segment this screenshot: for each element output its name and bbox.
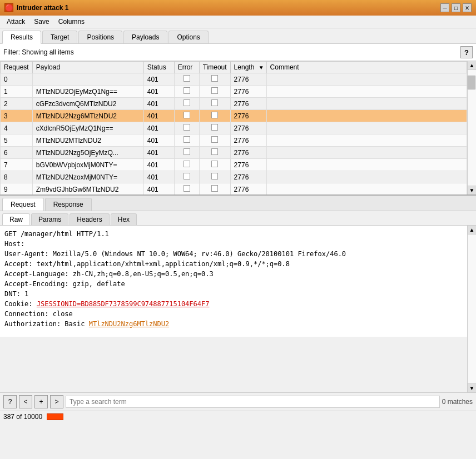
col-comment[interactable]: Comment bbox=[266, 62, 467, 73]
filter-help-button[interactable]: ? bbox=[460, 46, 473, 58]
timeout-checkbox[interactable] bbox=[211, 112, 218, 118]
error-checkbox[interactable] bbox=[184, 161, 190, 167]
tab-headers[interactable]: Headers bbox=[70, 213, 109, 225]
cell-length: 2776 bbox=[230, 171, 266, 183]
filter-bar: Filter: Showing all items ? bbox=[0, 44, 476, 61]
timeout-checkbox[interactable] bbox=[211, 136, 218, 143]
table-row[interactable]: 1 MTlzNDU2OjEyMzQ1Ng== 401 2776 bbox=[1, 86, 467, 98]
col-payload[interactable]: Payload bbox=[32, 62, 143, 73]
table-row[interactable]: 7 bGV0bWVpbjoxMjM0NTY= 401 2776 bbox=[1, 159, 467, 171]
cell-status: 401 bbox=[143, 183, 174, 195]
cell-timeout bbox=[199, 171, 230, 183]
help-button[interactable]: ? bbox=[3, 395, 17, 408]
table-row[interactable]: 8 MTlzNDU2NzoxMjM0NTY= 401 2776 bbox=[1, 171, 467, 183]
cell-length: 2776 bbox=[230, 86, 266, 98]
error-checkbox[interactable] bbox=[184, 124, 190, 131]
table-row[interactable]: 0 401 2776 bbox=[1, 73, 467, 86]
menu-save[interactable]: Save bbox=[29, 17, 53, 27]
table-row[interactable]: 6 MTlzNDU2Nzg5OjEyMzQ... 401 2776 bbox=[1, 147, 467, 159]
close-button[interactable]: ✕ bbox=[463, 3, 472, 12]
scroll-up-button[interactable]: ▲ bbox=[468, 61, 476, 70]
error-checkbox[interactable] bbox=[184, 148, 190, 155]
next-button[interactable]: > bbox=[50, 395, 63, 408]
cell-request: 1 bbox=[1, 86, 33, 98]
table-row[interactable]: 3 MTlzNDU2Nzg6MTlzNDU2 401 2776 bbox=[1, 110, 467, 122]
minimize-button[interactable]: ─ bbox=[440, 3, 449, 12]
cell-error bbox=[174, 122, 199, 134]
tab-options[interactable]: Options bbox=[168, 31, 208, 43]
error-checkbox[interactable] bbox=[184, 185, 190, 192]
content-scroll-track bbox=[468, 235, 476, 383]
tab-positions[interactable]: Positions bbox=[78, 31, 122, 43]
scroll-down-button[interactable]: ▼ bbox=[468, 186, 476, 194]
cell-length: 2776 bbox=[230, 122, 266, 134]
error-checkbox[interactable] bbox=[184, 173, 190, 179]
cell-status: 401 bbox=[143, 73, 174, 86]
cell-comment bbox=[266, 122, 467, 134]
cell-request: 5 bbox=[1, 134, 33, 147]
timeout-checkbox[interactable] bbox=[211, 173, 218, 179]
error-checkbox[interactable] bbox=[184, 75, 190, 82]
cell-comment bbox=[266, 73, 467, 86]
request-line-5: Accept-Language: zh-CN,zh;q=0.8,en-US;q=… bbox=[4, 269, 463, 279]
cell-error bbox=[174, 86, 199, 98]
menu-attack[interactable]: Attack bbox=[2, 17, 29, 27]
cell-status: 401 bbox=[143, 134, 174, 147]
cell-status: 401 bbox=[143, 147, 174, 159]
tab-payloads[interactable]: Payloads bbox=[123, 31, 167, 43]
error-checkbox[interactable] bbox=[184, 87, 190, 94]
tab-target[interactable]: Target bbox=[42, 31, 77, 43]
content-scrollbar[interactable]: ▲ ▼ bbox=[467, 226, 476, 392]
content-scroll-up[interactable]: ▲ bbox=[468, 226, 476, 235]
add-button[interactable]: + bbox=[34, 395, 48, 408]
table-row[interactable]: 9 Zm9vdGJhbGw6MTlzNDU2 401 2776 bbox=[1, 183, 467, 195]
cell-comment bbox=[266, 134, 467, 147]
cell-request: 9 bbox=[1, 183, 33, 195]
raw-tab-bar: Raw Params Headers Hex bbox=[0, 211, 476, 226]
cell-timeout bbox=[199, 159, 230, 171]
error-checkbox[interactable] bbox=[184, 136, 190, 143]
tab-response[interactable]: Response bbox=[45, 198, 92, 211]
timeout-checkbox[interactable] bbox=[211, 99, 218, 106]
cell-status: 401 bbox=[143, 159, 174, 171]
cell-error bbox=[174, 171, 199, 183]
timeout-checkbox[interactable] bbox=[211, 185, 218, 192]
maximize-button[interactable]: □ bbox=[452, 3, 460, 12]
tab-results[interactable]: Results bbox=[2, 31, 41, 44]
auth-label: Authorization: Basic bbox=[4, 320, 89, 328]
error-checkbox[interactable] bbox=[184, 112, 190, 118]
prev-button[interactable]: < bbox=[19, 395, 32, 408]
cell-error bbox=[174, 183, 199, 195]
request-content: GET /manager/html HTTP/1.1 Host: User-Ag… bbox=[0, 226, 467, 337]
table-scrollbar[interactable]: ▲ ▼ bbox=[467, 61, 476, 194]
cell-comment bbox=[266, 183, 467, 195]
timeout-checkbox[interactable] bbox=[211, 75, 218, 82]
tab-raw[interactable]: Raw bbox=[2, 213, 30, 225]
results-table: Request Payload Status Error Timeout Len… bbox=[0, 61, 467, 194]
cell-length: 2776 bbox=[230, 110, 266, 122]
col-length[interactable]: Length ▼ bbox=[230, 62, 266, 73]
results-table-wrapper: Request Payload Status Error Timeout Len… bbox=[0, 61, 476, 194]
tab-hex[interactable]: Hex bbox=[111, 213, 137, 225]
search-input[interactable] bbox=[66, 396, 440, 408]
tab-request[interactable]: Request bbox=[2, 198, 44, 211]
scroll-thumb[interactable] bbox=[468, 76, 475, 89]
table-row[interactable]: 4 cXdlcnR5OjEyMzQ1Ng== 401 2776 bbox=[1, 122, 467, 134]
timeout-checkbox[interactable] bbox=[211, 87, 218, 94]
col-timeout[interactable]: Timeout bbox=[199, 62, 230, 73]
tab-params[interactable]: Params bbox=[31, 213, 68, 225]
auth-value: MTlzNDU2Nzg6MTlzNDU2 bbox=[89, 320, 170, 328]
table-row[interactable]: 5 MTlzNDU2MTlzNDU2 401 2776 bbox=[1, 134, 467, 147]
col-status[interactable]: Status bbox=[143, 62, 174, 73]
timeout-checkbox[interactable] bbox=[211, 124, 218, 131]
table-row[interactable]: 2 cGFzc3dvcmQ6MTlzNDU2 401 2776 bbox=[1, 98, 467, 110]
col-request[interactable]: Request bbox=[1, 62, 33, 73]
cell-length: 2776 bbox=[230, 183, 266, 195]
timeout-checkbox[interactable] bbox=[211, 161, 218, 167]
content-scroll-down[interactable]: ▼ bbox=[468, 383, 476, 392]
menu-columns[interactable]: Columns bbox=[54, 17, 89, 27]
cell-payload bbox=[32, 73, 143, 86]
error-checkbox[interactable] bbox=[184, 99, 190, 106]
col-error[interactable]: Error bbox=[174, 62, 199, 73]
timeout-checkbox[interactable] bbox=[211, 148, 218, 155]
